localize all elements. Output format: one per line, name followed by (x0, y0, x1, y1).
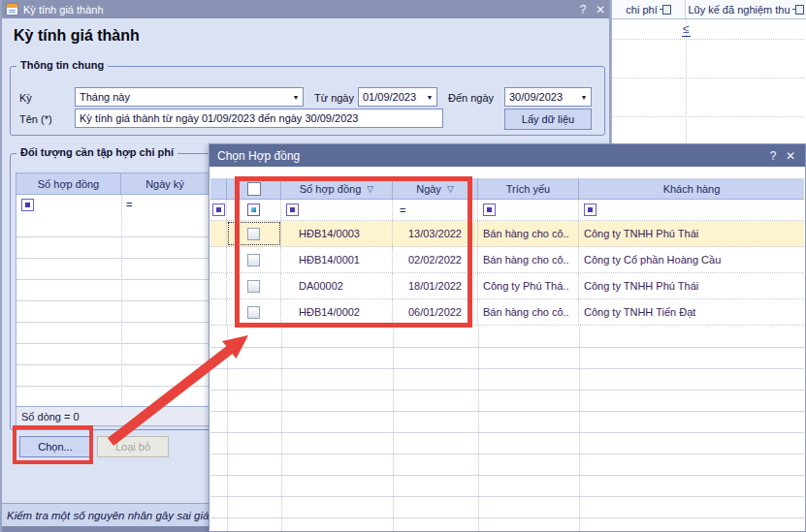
filter-cell[interactable] (478, 200, 579, 220)
chevron-down-icon[interactable]: ▼ (289, 88, 303, 106)
period-value: Tháng này (80, 91, 289, 103)
close-button[interactable]: ✕ (592, 2, 609, 16)
column-label: Trích yếu (506, 183, 550, 195)
contract-summary-cell[interactable]: Bán hàng cho cô.. (478, 247, 579, 272)
row-indicator-header (210, 178, 227, 199)
filter-operator[interactable]: = (126, 199, 132, 210)
row-indicator (210, 299, 227, 325)
from-date-value: 01/09/2023 (363, 91, 423, 103)
filter-cell[interactable] (579, 200, 804, 220)
grid-line (579, 327, 580, 531)
help-button[interactable]: ? (764, 148, 782, 163)
status-bar: Kiểm tra một số nguyên nhân gây sai giá (2, 503, 210, 527)
contract-summary-cell[interactable]: Bán hàng cho cô.. (478, 299, 579, 325)
contract-summary-cell[interactable]: Công ty Phú Thá.. (478, 273, 579, 298)
column-header-sign-date[interactable]: Ngày ký (121, 173, 209, 194)
grid-line (478, 327, 479, 531)
name-label: Tên (*) (19, 113, 52, 125)
pin-icon[interactable] (662, 5, 671, 15)
from-date-picker[interactable]: 01/09/2023 ▼ (358, 87, 437, 107)
column-label: Lũy kế đã nghiệm thu (688, 4, 790, 16)
button-label: Lấy dữ liệu (522, 113, 574, 125)
filter-icon[interactable] (212, 203, 225, 216)
period-label: Kỳ (19, 92, 32, 104)
row-count-bar: Số dòng = 0 (16, 406, 209, 425)
grid-line (393, 327, 394, 531)
grid-line (281, 327, 282, 531)
column-header-luy-ke[interactable]: Lũy kế đã nghiệm thu (686, 0, 806, 18)
close-button[interactable]: ✕ (782, 148, 799, 163)
window-title: Chọn Hợp đồng (217, 149, 300, 163)
filter-icon[interactable] (584, 203, 596, 216)
window-title: Kỳ tính giá thành (23, 4, 104, 16)
page-title: Kỳ tính giá thành (14, 27, 140, 45)
row-indicator (210, 247, 227, 272)
column-header-chi-phi[interactable]: chi phí (612, 0, 686, 18)
empty-rows (16, 216, 209, 406)
row-indicator (210, 273, 227, 298)
help-button[interactable]: ? (574, 2, 592, 16)
column-header-summary[interactable]: Trích yếu (478, 178, 579, 199)
remove-button[interactable]: Loại bỏ (97, 436, 169, 457)
filter-icon[interactable] (21, 199, 34, 211)
background-grid-header: chi phí Lũy kế đã nghiệm thu (612, 0, 806, 19)
column-label: chi phí (626, 4, 657, 16)
column-header-customer[interactable]: Khách hàng (579, 178, 804, 199)
to-date-label: Đến ngày (448, 92, 494, 104)
grid-line (612, 39, 806, 40)
screenshot-canvas: chi phí Lũy kế đã nghiệm thu ≤ Kỳ tính g… (0, 0, 806, 532)
pin-icon[interactable] (795, 5, 804, 15)
dialog-bottom-border (2, 526, 210, 532)
from-date-label: Từ ngày (314, 92, 354, 104)
annotation-box-grid (235, 176, 472, 328)
column-label: Ngày ký (145, 178, 184, 190)
grid-header-row: Số hợp đồng Ngày ký (16, 173, 209, 195)
button-label: Loại bỏ (115, 441, 150, 453)
name-input[interactable]: Kỳ tính giá thành từ ngày 01/09/2023 đến… (75, 109, 443, 128)
contract-customer-cell[interactable]: Công ty TNHH Phú Thái (579, 273, 804, 298)
row-count-label: Số dòng = 0 (21, 411, 80, 422)
grid-line (612, 78, 806, 78)
status-text: Kiểm tra một số nguyên nhân gây sai giá (2, 510, 209, 521)
column-label: Khách hàng (663, 183, 721, 195)
group-title: Thông tin chung (16, 59, 108, 71)
filter-icon[interactable] (483, 203, 496, 216)
chevron-down-icon[interactable]: ▼ (423, 88, 436, 106)
chevron-down-icon[interactable]: ▼ (577, 88, 591, 106)
contract-dialog-titlebar[interactable]: Chọn Hợp đồng ? ✕ (210, 144, 805, 167)
annotation-box-choose-button (13, 425, 93, 464)
contract-customer-cell[interactable]: Công ty TNHH Tiến Đạt (579, 299, 804, 325)
contract-customer-cell[interactable]: Công ty TNHH Phú Thái (579, 221, 804, 246)
get-data-button[interactable]: Lấy dữ liệu (504, 109, 592, 130)
group-title: Đối tượng cần tập hợp chi phí (16, 146, 177, 158)
to-date-picker[interactable]: 30/09/2023 ▼ (504, 87, 592, 107)
name-value: Kỳ tính giá thành từ ngày 01/09/2023 đến… (80, 112, 442, 124)
window-icon (6, 3, 18, 16)
main-dialog-titlebar[interactable]: Kỳ tính giá thành ? ✕ (2, 0, 609, 18)
cost-objects-grid: Số hợp đồng Ngày ký = Số dòng = 0 (16, 172, 210, 426)
column-header-contract[interactable]: Số hợp đồng (16, 173, 121, 194)
grid-line (227, 327, 228, 531)
grid-line (612, 116, 806, 117)
empty-rows (210, 327, 804, 531)
to-date-value: 30/09/2023 (509, 91, 577, 103)
filter-cell[interactable] (210, 200, 227, 220)
contract-summary-cell[interactable]: Bán hàng cho cô.. (478, 221, 579, 246)
grid-line (686, 18, 687, 144)
column-label: Số hợp đồng (38, 178, 100, 190)
period-combobox[interactable]: Tháng này ▼ (75, 87, 304, 107)
contract-customer-cell[interactable]: Công ty Cổ phần Hoàng Cầu (579, 247, 804, 272)
row-indicator (210, 221, 227, 246)
